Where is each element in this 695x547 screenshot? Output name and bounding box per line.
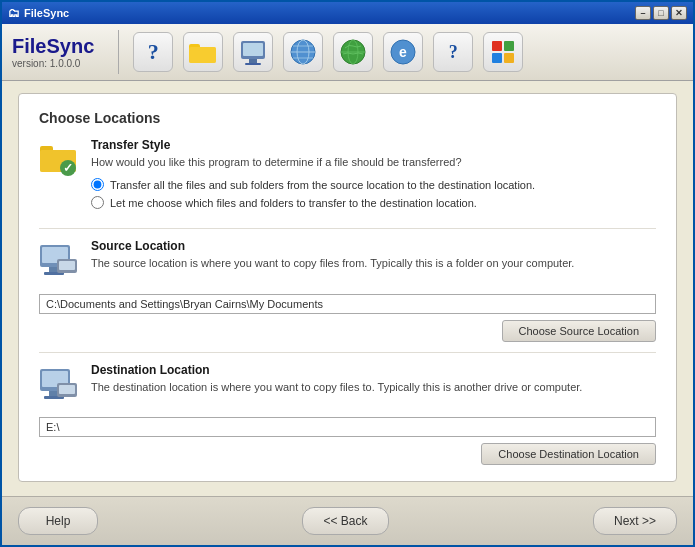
main-window: 🗂 FileSync – □ ✕ FileSync version: 1.0.0… (0, 0, 695, 547)
svg-text:e: e (399, 44, 407, 60)
next-button[interactable]: Next >> (593, 507, 677, 535)
svg-rect-5 (249, 59, 257, 63)
svg-rect-31 (59, 261, 75, 270)
transfer-style-icon: ✓ (39, 138, 79, 178)
source-btn-row: Choose Source Location (39, 320, 656, 342)
toolbar-help-icon[interactable]: ? (133, 32, 173, 72)
transfer-all-label: Transfer all the files and sub folders f… (110, 179, 535, 191)
svg-rect-37 (59, 385, 75, 394)
choose-destination-button[interactable]: Choose Destination Location (481, 443, 656, 465)
title-bar-left: 🗂 FileSync (8, 6, 69, 20)
source-location-input[interactable] (39, 294, 656, 314)
source-location-icon (39, 239, 79, 279)
toolbar-globe-icon[interactable] (333, 32, 373, 72)
bottom-bar: Help << Back Next >> (2, 496, 693, 545)
source-location-content: Source Location The source location is w… (91, 239, 656, 279)
transfer-style-content: Transfer Style How would you like this p… (91, 138, 656, 214)
toolbar-separator (118, 30, 119, 74)
title-bar-icon: 🗂 (8, 6, 20, 20)
destination-location-content: Destination Location The destination loc… (91, 363, 656, 403)
svg-rect-2 (189, 47, 216, 63)
choose-source-button[interactable]: Choose Source Location (502, 320, 656, 342)
destination-location-input[interactable] (39, 417, 656, 437)
destination-location-heading: Destination Location (91, 363, 656, 377)
svg-rect-20 (504, 53, 514, 63)
destination-location-section: Destination Location The destination loc… (39, 363, 656, 403)
panel: Choose Locations ✓ Transfe (18, 93, 677, 482)
svg-rect-18 (504, 41, 514, 51)
app-title: FileSync (12, 35, 94, 58)
toolbar-network-icon[interactable] (283, 32, 323, 72)
transfer-style-desc: How would you like this program to deter… (91, 155, 656, 170)
separator-2 (39, 352, 656, 353)
transfer-style-section: ✓ Transfer Style How would you like this… (39, 138, 656, 214)
source-location-section: Source Location The source location is w… (39, 239, 656, 279)
back-button[interactable]: << Back (302, 507, 388, 535)
window-title: FileSync (24, 7, 69, 19)
transfer-choose-radio[interactable] (91, 196, 104, 209)
destination-location-desc: The destination location is where you wa… (91, 380, 656, 395)
toolbar-server-icon[interactable] (233, 32, 273, 72)
close-button[interactable]: ✕ (671, 6, 687, 20)
toolbar-windows-icon[interactable] (483, 32, 523, 72)
svg-text:✓: ✓ (63, 161, 73, 175)
maximize-button[interactable]: □ (653, 6, 669, 20)
app-version: version: 1.0.0.0 (12, 58, 94, 69)
source-location-heading: Source Location (91, 239, 656, 253)
destination-location-icon (39, 363, 79, 403)
transfer-choose-option[interactable]: Let me choose which files and folders to… (91, 196, 656, 209)
title-bar: 🗂 FileSync – □ ✕ (2, 2, 693, 24)
toolbar-folder-icon[interactable] (183, 32, 223, 72)
toolbar: FileSync version: 1.0.0.0 ? (2, 24, 693, 81)
help-button[interactable]: Help (18, 507, 98, 535)
source-location-desc: The source location is where you want to… (91, 256, 656, 271)
transfer-all-radio[interactable] (91, 178, 104, 191)
toolbar-web-icon[interactable]: e (383, 32, 423, 72)
svg-rect-19 (492, 53, 502, 63)
title-bar-controls: – □ ✕ (635, 6, 687, 20)
svg-rect-4 (243, 43, 263, 56)
transfer-choose-label: Let me choose which files and folders to… (110, 197, 477, 209)
transfer-all-option[interactable]: Transfer all the files and sub folders f… (91, 178, 656, 191)
svg-rect-6 (245, 63, 261, 65)
toolbar-question-icon[interactable]: ? (433, 32, 473, 72)
panel-title: Choose Locations (39, 110, 656, 126)
svg-rect-17 (492, 41, 502, 51)
transfer-style-heading: Transfer Style (91, 138, 656, 152)
separator-1 (39, 228, 656, 229)
app-title-area: FileSync version: 1.0.0.0 (12, 35, 94, 69)
minimize-button[interactable]: – (635, 6, 651, 20)
destination-btn-row: Choose Destination Location (39, 443, 656, 465)
main-content: Choose Locations ✓ Transfe (2, 81, 693, 496)
